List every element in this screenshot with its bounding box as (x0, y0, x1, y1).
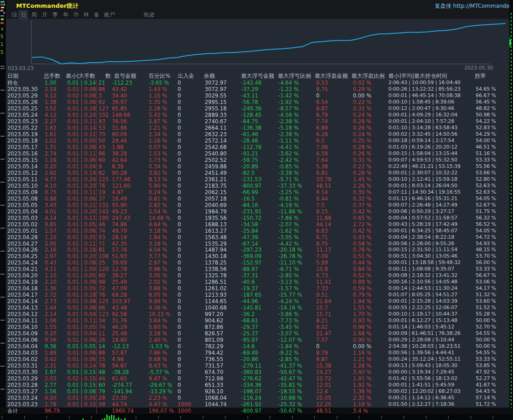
table-row[interactable]: 2023.05.253.520.01 | 0.1812765.852.28 %0… (0, 105, 513, 112)
table-row[interactable]: 2023.05.053.430.01 | 0.1113155.902.82 %0… (0, 202, 513, 208)
table-row[interactable]: 2023.04.192.100.01 | 0.089825.492.02 %01… (0, 279, 513, 285)
menu-item-ri[interactable]: 日 (21, 12, 26, 18)
cell-pct: 0.68 % (149, 356, 167, 362)
cell-mflp: -1.11 % (278, 138, 299, 144)
table-row[interactable]: 2023.04.240.430.01 | 0.082539.692.97 %01… (0, 259, 513, 266)
cell-mfpp: 0.00 % (353, 343, 371, 350)
table-row[interactable]: 2023.05.290.120.02 | 0.08334.401.15 %030… (0, 92, 513, 99)
header-date[interactable]: 日期 (7, 73, 18, 79)
cell-win: 53.06 % (476, 279, 496, 285)
table-row[interactable]: 2023.03.282.770.01 | 0.1560-274.77-29.67… (0, 382, 513, 388)
menu-item-zhou[interactable]: 周 (31, 12, 37, 18)
table-row[interactable]: 2023.04.090.200.01 | 0.041125.483.18 %08… (0, 330, 513, 337)
table-row[interactable]: 2023.03.271.560.01 | 0.0879-141.94-13.29… (0, 388, 513, 395)
table-row[interactable]: 持仓1.000.01 | 0.1421-112.23-3.65 %03072.9… (0, 80, 513, 86)
table-row[interactable]: 2023.04.262.160.01 | 0.188157.764.04 %01… (0, 247, 513, 253)
table-row[interactable]: 2023.05.140.200.01 | 0.0498.390.34 %0245… (0, 163, 513, 170)
cell-pct: 1.84 % (149, 234, 167, 241)
header-max-float-profit[interactable]: 最大浮盈金额 (315, 73, 348, 79)
table-row[interactable]: 2023.03.312.310.01 | 0.147856.878.43 %07… (0, 362, 513, 369)
table-row[interactable]: 2023.03.292.030.02 | 0.154461.659.47 %07… (0, 375, 513, 382)
table-row[interactable]: 2023.04.131.440.01 | 0.086643.484.36 %01… (0, 305, 513, 311)
table-row[interactable]: 2023.04.214.110.01 | 1.0012012.780.96 %0… (0, 266, 513, 272)
table-row[interactable]: 2023.05.261.380.01 | 0.066239.971.35 %02… (0, 99, 513, 105)
cell-cash: 0 (178, 324, 181, 330)
table-row-total[interactable]: 合计96.791960.74196.07 %1000-800.97-50.67 … (0, 408, 513, 414)
table-row[interactable]: 2023.05.090.750.01 | 0.11194.970.24 %020… (0, 189, 513, 196)
menu-item-m[interactable]: M (84, 12, 88, 18)
table-row[interactable]: 2023.04.060.560.01 | 0.062618.802.40 %08… (0, 337, 513, 343)
cell-mfpp: 0.96 % (353, 324, 371, 330)
table-row[interactable]: 2023.04.272.050.01 | 0.117147.353.18 %01… (0, 241, 513, 247)
menu-item-jin[interactable]: 巾 (74, 12, 79, 18)
menu-item-yue[interactable]: 月 (42, 12, 47, 18)
table-row[interactable]: 2023.04.031.890.01 | 0.068857.877.86 %07… (0, 350, 513, 356)
table-row[interactable]: 2023.03.301.970.01 | 0.1548-38.28-5.37 %… (0, 369, 513, 375)
menu-item-nian[interactable]: 年 (63, 12, 69, 18)
cell-win: 54.17 % (476, 285, 496, 292)
table-row[interactable]: 2023.05.011.570.01 | 0.067449.793.18 %01… (0, 228, 513, 234)
header-max-float-profit-pct[interactable]: 最大浮盈比例 (352, 73, 385, 79)
table-row[interactable]: 2023.04.201.100.01 | 0.056039.273.05 %01… (0, 272, 513, 279)
header-hold-time[interactable]: 最小|平均|最大持仓时间 (388, 73, 447, 79)
table-row[interactable]: 2023.05.122.620.01 | 0.148290.283.82 %02… (0, 170, 513, 176)
table-row[interactable]: 2023.05.302.190.01 | 0.088643.421.43 %03… (0, 86, 513, 92)
table-row[interactable]: 2023.05.181.020.01 | 0.055029.461.16 %02… (0, 138, 513, 144)
table-row[interactable]: 2023.05.080.880.01 | 0.063716.490.81 %02… (0, 196, 513, 202)
header-cashflow[interactable]: 出入金 (178, 73, 194, 79)
table-row[interactable]: 2023.03.231.780.01 | 0.155844.744.47 %10… (0, 401, 513, 408)
cell-mfl: -56.78 (241, 99, 258, 105)
cell-cash: 0 (178, 369, 181, 375)
desktop-noise (0, 15, 4, 17)
header-count[interactable]: 数 (105, 73, 111, 79)
cell-cash: 0 (178, 202, 181, 208)
header-pct[interactable]: 百分比% (149, 73, 170, 79)
brand-link[interactable]: 复盘侠 http://MTCommande (435, 2, 509, 10)
header-minmax[interactable]: 最小|大手数 (66, 73, 95, 79)
menu-item-bei[interactable]: 备 (94, 12, 99, 18)
header-max-float-loss-pct[interactable]: 最大浮亏比例 (278, 73, 311, 79)
table-row[interactable]: 2023.05.114.770.01 | 0.20125177.468.13 %… (0, 176, 513, 183)
table-row[interactable]: 2023.05.232.270.01 | 0.118376.562.87 %02… (0, 118, 513, 125)
header-max-float-loss[interactable]: 最大浮亏金额 (241, 73, 274, 79)
table-row[interactable]: 2023.04.142.730.01 | 0.08125103.979.99 %… (0, 298, 513, 305)
table-row[interactable]: 2023.04.281.100.01 | 0.055328.191.84 %01… (0, 234, 513, 241)
menu-item-guiji[interactable]: 轨迹 (144, 12, 155, 18)
table-row[interactable]: 2023.05.044.010.01 | 0.2014349.232.54 %0… (0, 208, 513, 215)
table-row[interactable]: 2023.05.162.740.01 | 0.118638.281.53 %02… (0, 150, 513, 157)
header-pl[interactable]: 盈亏金额 (114, 73, 136, 79)
cell-time: 0:00:02 | 3:32:45 | 14:50:56 (388, 131, 457, 138)
cell-mflp: -3.38 % (278, 170, 299, 176)
table-row[interactable]: 2023.05.191.610.01 | 0.117060.092.34 %02… (0, 131, 513, 138)
table-row[interactable]: 2023.05.034.140.01 | 0.11190247.4314.66 … (0, 215, 513, 221)
cell-mflp: -20.18 % (278, 247, 302, 253)
table-row[interactable]: 2023.04.252.970.01 | 0.2010851.933.77 %0… (0, 253, 513, 259)
table-row[interactable]: 2023.04.181.360.01 | 0.057247.093.88 %01… (0, 285, 513, 292)
menu-item-zhanghu[interactable]: 账尸 (104, 12, 115, 18)
table-row[interactable]: 2023.05.020.850.01 | 0.054674.864.64 %01… (0, 221, 513, 228)
cell-mflp: -50.67 % (278, 408, 302, 414)
window-title: MTCommander统计 (16, 2, 79, 10)
table-row[interactable]: 2023.05.171.310.01 | 0.08431.880.07 %025… (0, 144, 513, 150)
menu-item-zong[interactable]: 综 (12, 12, 17, 18)
cell-time: 0:00:21 | 1:14:12 | 6:36:45 (388, 395, 454, 401)
table-row[interactable]: 2023.05.221.630.01 | 0.145331.881.21 %02… (0, 125, 513, 131)
table-row[interactable]: 2023.04.172.720.01 | 0.187669.286.05 %01… (0, 292, 513, 298)
table-row[interactable]: 2023.04.020.420.01 | 0.06154.980.68 %073… (0, 356, 513, 362)
cell-cash: 0 (178, 183, 181, 189)
header-balance[interactable]: 余额 (204, 73, 215, 79)
table-row[interactable]: 2023.05.104.100.01 | 0.2076121.605.90 %0… (0, 183, 513, 189)
table-row[interactable]: 2023.04.101.550.01 | 0.057446.295.60 %08… (0, 324, 513, 330)
cell-count: 60 (98, 382, 105, 388)
table-row[interactable]: 2023.04.040.360.01 | 0.0514-12.13-1.53 %… (0, 343, 513, 350)
table-row[interactable]: 2023.04.122.140.01 | 0.0412392.5810.23 %… (0, 311, 513, 317)
table-row[interactable]: 2023.04.111.060.01 | 0.113431.763.64 %09… (0, 317, 513, 324)
header-win-rate[interactable]: 胜率 (475, 73, 486, 79)
table-row[interactable]: 2023.03.240.500.01 | 0.052823.302.23 %01… (0, 395, 513, 401)
table-row[interactable]: 2023.05.244.120.01 | 0.20102148.665.42 %… (0, 112, 513, 118)
cell-bal: 997.20 (205, 311, 223, 317)
menu-item-ji[interactable]: 季 (52, 12, 58, 18)
cell-win: 46.51 % (476, 144, 496, 150)
table-row[interactable]: 2023.05.151.190.01 | 0.066042.641.73 %02… (0, 157, 513, 163)
header-lots[interactable]: 总手数 (44, 73, 60, 79)
